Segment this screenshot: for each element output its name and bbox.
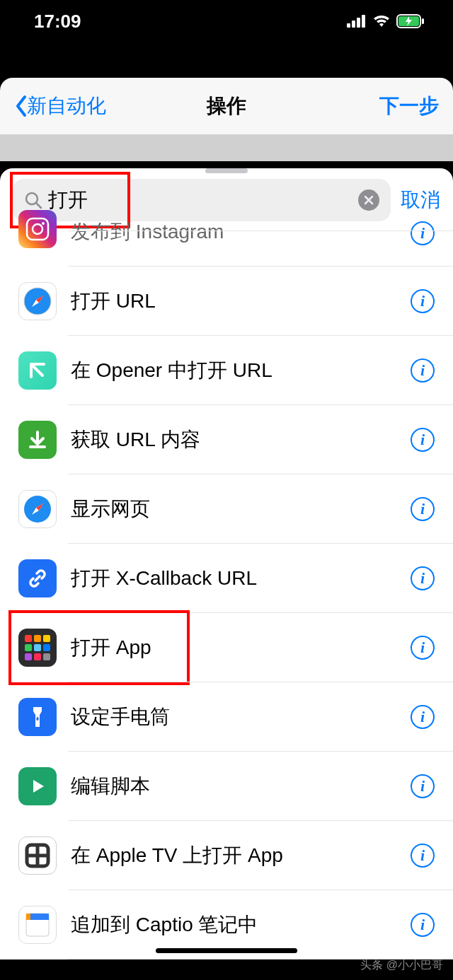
row-label: 设定手电筒 [71, 704, 411, 730]
signal-icon [347, 15, 367, 28]
row-label: 打开 X-Callback URL [71, 565, 411, 592]
search-sheet: 取消 发布到 Instagram i 打开 URL i 在 Opener 中打开… [0, 168, 453, 959]
list-item-xcallback[interactable]: 打开 X-Callback URL i [0, 544, 453, 613]
close-icon [364, 195, 374, 205]
action-list: 发布到 Instagram i 打开 URL i 在 Opener 中打开 UR… [0, 231, 453, 959]
info-button[interactable]: i [411, 289, 435, 313]
wifi-icon [372, 14, 391, 28]
svg-rect-21 [26, 914, 30, 920]
info-button[interactable]: i [411, 358, 435, 383]
nav-bar: 新自动化 操作 下一步 [0, 78, 453, 134]
watermark: 头条 @小小巴哥 [360, 958, 443, 973]
info-button[interactable]: i [411, 705, 435, 729]
info-button[interactable]: i [411, 566, 435, 590]
list-item-instagram[interactable]: 发布到 Instagram i [0, 231, 453, 267]
app-grid-icon [18, 629, 57, 667]
opener-icon [18, 351, 57, 390]
row-label: 发布到 Instagram [71, 218, 411, 245]
search-icon [24, 191, 42, 209]
list-item-open-app[interactable]: 打开 App i [0, 613, 453, 682]
list-item-appletv[interactable]: 在 Apple TV 上打开 App i [0, 821, 453, 890]
row-label: 打开 App [71, 634, 411, 661]
row-label: 在 Apple TV 上打开 App [71, 842, 411, 869]
flashlight-icon [18, 698, 57, 736]
info-button[interactable]: i [411, 497, 435, 521]
back-button[interactable]: 新自动化 [14, 93, 106, 119]
appletv-icon [18, 836, 57, 875]
play-icon [18, 767, 57, 805]
svg-rect-6 [422, 18, 424, 24]
instagram-icon [18, 210, 57, 248]
svg-point-10 [33, 224, 42, 234]
row-label: 获取 URL 内容 [71, 426, 411, 453]
list-item-open-url[interactable]: 打开 URL i [0, 267, 453, 336]
info-button[interactable]: i [411, 844, 435, 868]
svg-rect-1 [352, 21, 355, 28]
chevron-left-icon [14, 95, 28, 117]
row-label: 打开 URL [71, 288, 411, 315]
list-item-get-url[interactable]: 获取 URL 内容 i [0, 405, 453, 474]
status-time: 17:09 [34, 11, 81, 33]
info-button[interactable]: i [411, 221, 435, 245]
nav-title: 操作 [207, 93, 246, 119]
status-bar: 17:09 [0, 0, 453, 42]
svg-rect-2 [357, 18, 360, 28]
clear-button[interactable] [358, 189, 379, 211]
svg-rect-3 [362, 15, 365, 28]
link-icon [18, 559, 57, 597]
svg-point-11 [42, 222, 45, 225]
row-label: 显示网页 [71, 496, 411, 523]
svg-line-8 [36, 203, 41, 208]
battery-icon [396, 14, 425, 28]
cancel-button[interactable]: 取消 [401, 187, 440, 214]
search-field[interactable] [13, 179, 391, 221]
list-item-flashlight[interactable]: 设定手电筒 i [0, 682, 453, 752]
back-label: 新自动化 [27, 93, 106, 119]
list-item-opener[interactable]: 在 Opener 中打开 URL i [0, 336, 453, 405]
svg-rect-9 [27, 218, 48, 240]
captio-icon [18, 906, 57, 944]
sheet-grabber[interactable] [205, 168, 248, 173]
status-indicators [347, 14, 425, 28]
next-button[interactable]: 下一步 [379, 93, 439, 119]
info-button[interactable]: i [411, 913, 435, 937]
info-button[interactable]: i [411, 636, 435, 660]
list-item-script[interactable]: 编辑脚本 i [0, 752, 453, 821]
info-button[interactable]: i [411, 428, 435, 452]
info-button[interactable]: i [411, 774, 435, 798]
search-input[interactable] [48, 189, 352, 211]
svg-rect-15 [37, 717, 39, 721]
download-icon [18, 421, 57, 459]
home-indicator[interactable] [156, 948, 297, 953]
safari-icon [18, 490, 57, 528]
row-label: 编辑脚本 [71, 773, 411, 800]
row-label: 在 Opener 中打开 URL [71, 357, 411, 384]
row-label: 追加到 Captio 笔记中 [71, 911, 411, 938]
svg-rect-0 [347, 23, 350, 28]
list-item-show-webpage[interactable]: 显示网页 i [0, 474, 453, 544]
safari-icon [18, 282, 57, 320]
